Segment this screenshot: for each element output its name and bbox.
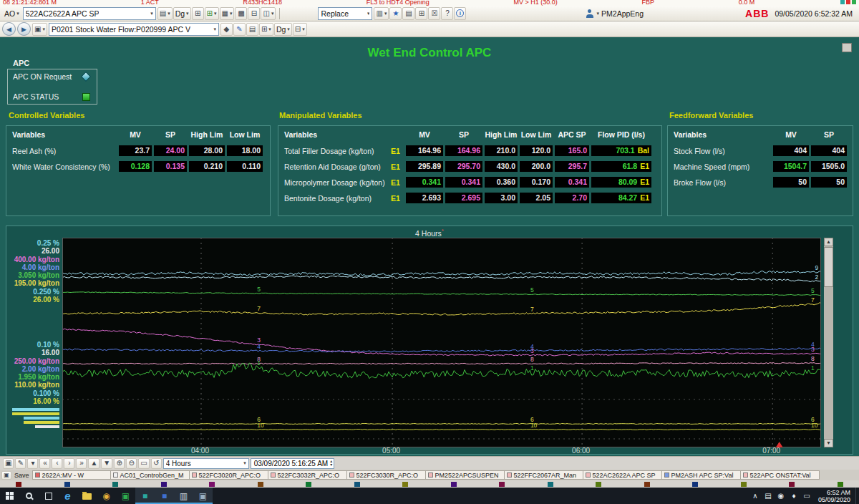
refresh-button[interactable]: ↺: [151, 458, 162, 469]
app-blue-icon[interactable]: ■: [155, 488, 174, 504]
sp-value[interactable]: 0.135: [154, 161, 187, 172]
trend-plot[interactable]: 92555777333444888111666101010: [62, 238, 821, 447]
apc-status-button[interactable]: APC STATUS: [13, 92, 92, 101]
mv-value[interactable]: 50: [773, 177, 809, 188]
mv-value[interactable]: 23.7: [119, 145, 152, 156]
sp-value[interactable]: 1505.0: [811, 161, 847, 172]
low-lim-value[interactable]: 120.0: [520, 145, 553, 156]
display-window-button[interactable]: [842, 43, 852, 52]
app-green-icon[interactable]: ▣: [116, 488, 135, 504]
edge-icon[interactable]: e: [58, 488, 77, 504]
step-forward-button[interactable]: ›: [64, 458, 74, 469]
tile-icon[interactable]: ▦▾: [220, 7, 235, 20]
dg-display-button[interactable]: Dg▾: [274, 23, 292, 36]
tray-display-icon[interactable]: ▤: [762, 488, 775, 504]
apc-sp-value[interactable]: 2.70: [555, 193, 589, 203]
low-lim-value[interactable]: 0.110: [227, 161, 263, 172]
trend-tab[interactable]: 522APC ONSTAT:Val: [741, 470, 820, 480]
zoom-in-button[interactable]: ⊕: [114, 458, 125, 469]
save-workspace-button[interactable]: ▣: [1, 471, 11, 480]
taskbar-clock[interactable]: 6:52 AM 05/09/2020: [813, 489, 855, 503]
flow-pid-value[interactable]: 703.1Bal: [591, 145, 651, 156]
apc-sp-value[interactable]: 165.0: [555, 145, 589, 156]
link-icon[interactable]: ◫▾: [261, 7, 276, 20]
sp-value[interactable]: 50: [811, 177, 847, 188]
sp-value[interactable]: 295.70: [445, 161, 482, 172]
apc-on-request-button[interactable]: APC ON Request: [13, 72, 92, 81]
high-lim-value[interactable]: 210.0: [485, 145, 518, 156]
trend-tab[interactable]: 522FC3020R_APC:O: [190, 470, 268, 480]
chart-icon[interactable]: ▩: [235, 7, 247, 20]
mv-value[interactable]: 2.693: [406, 193, 443, 203]
trend-tab[interactable]: 522FC3032R_APC:O: [268, 470, 347, 480]
scroll-up-button[interactable]: ▲: [824, 238, 833, 246]
sp-value[interactable]: 24.00: [154, 145, 187, 156]
low-lim-value[interactable]: 200.0: [520, 161, 553, 172]
step-back-button[interactable]: ‹: [52, 458, 62, 469]
trend-tab[interactable]: AC01_ControbGen_M: [111, 470, 190, 480]
trend-tab[interactable]: 522FFC2067AR_Man: [505, 470, 583, 480]
mv-value[interactable]: 0.341: [406, 177, 443, 188]
trend-tab[interactable]: 2622A:MV - W: [32, 470, 111, 480]
flow-pid-value[interactable]: 61.8E1: [591, 161, 651, 172]
jump-end-button[interactable]: »: [76, 458, 87, 469]
flow-pid-value[interactable]: 84.27E1: [591, 193, 651, 203]
display-list-icon[interactable]: ▤▾: [157, 7, 173, 20]
task-view-button[interactable]: [39, 488, 58, 504]
trend-range-select[interactable]: 4 Hours▾: [163, 458, 249, 469]
trend-menu-button[interactable]: ▾: [27, 458, 38, 469]
help-icon[interactable]: ?: [441, 7, 453, 20]
trend-tab[interactable]: PM2522APCSUSPEN: [426, 470, 505, 480]
pan-down-button[interactable]: ▼: [101, 458, 112, 469]
trend-datetime-input[interactable]: 03/09/2020 5:16:25 AM ▴▾: [251, 458, 334, 469]
tray-network-icon[interactable]: ◉: [775, 488, 787, 504]
pin-icon[interactable]: ✎: [233, 23, 246, 36]
print-icon[interactable]: ▤: [402, 7, 414, 20]
trend-tab[interactable]: 522FC3030R_APC:O: [347, 470, 426, 480]
start-button[interactable]: [0, 488, 19, 504]
high-lim-value[interactable]: 0.360: [485, 177, 518, 188]
display-selector-combo[interactable]: P0201 Stock Water Flow:P020999 APC V▾: [49, 23, 219, 36]
pan-up-button[interactable]: ▲: [88, 458, 100, 469]
close-icon[interactable]: ☒: [428, 7, 440, 20]
jump-start-button[interactable]: «: [39, 458, 50, 469]
ruler-button[interactable]: ▭: [138, 458, 149, 469]
apc-sp-value[interactable]: 295.7: [555, 161, 589, 172]
search-button[interactable]: [19, 488, 39, 504]
show-desktop-button[interactable]: [855, 488, 859, 504]
dg-display-button[interactable]: Dg▾: [173, 7, 191, 20]
high-lim-value[interactable]: 430.0: [485, 161, 518, 172]
app-window-icon[interactable]: ▥: [174, 488, 193, 504]
print-icon[interactable]: ▤: [246, 23, 258, 36]
sp-value[interactable]: 164.96: [445, 145, 482, 156]
tray-chevron-icon[interactable]: ∧: [749, 488, 762, 504]
replace-mode-combo[interactable]: Replace▾: [318, 7, 372, 20]
copy-icon[interactable]: ⊟: [248, 7, 260, 20]
tray-volume-icon[interactable]: ♦: [787, 488, 800, 504]
grid-icon[interactable]: ⊞: [192, 7, 204, 20]
tray-note-icon[interactable]: ▭: [800, 488, 813, 504]
zoom-out-button[interactable]: ⊖: [126, 458, 137, 469]
browser-icon[interactable]: ◉: [97, 488, 116, 504]
mv-value[interactable]: 1504.7: [773, 161, 809, 172]
green-grid-icon[interactable]: ⊞▾: [205, 7, 219, 20]
mv-value[interactable]: 0.128: [119, 161, 152, 172]
save-trend-button[interactable]: ▣: [3, 458, 14, 469]
datetime-spinner[interactable]: ▴▾: [330, 460, 332, 467]
user-menu[interactable]: ▾ PM2AppEng: [583, 9, 646, 18]
cube-icon[interactable]: ◆: [220, 23, 233, 36]
scrollbar-thumb[interactable]: [824, 247, 833, 287]
window-switch-icon[interactable]: ▣▾: [32, 23, 47, 36]
mv-value[interactable]: 404: [773, 145, 809, 156]
trend-scrollbar[interactable]: ▲ ▼: [824, 238, 833, 447]
trend-tab[interactable]: 522AC2622A APC SP: [583, 470, 662, 480]
tag-selector-combo[interactable]: 522AC2622A APC SP▾: [23, 7, 156, 20]
low-lim-value[interactable]: 18.00: [227, 145, 263, 156]
high-lim-value[interactable]: 28.00: [189, 145, 225, 156]
grid-icon[interactable]: ⊞▾: [259, 23, 273, 36]
mv-value[interactable]: 164.96: [406, 145, 443, 156]
mv-value[interactable]: 295.89: [406, 161, 443, 172]
low-lim-value[interactable]: 2.05: [520, 193, 553, 203]
back-button[interactable]: ◀: [2, 22, 16, 36]
file-explorer-icon[interactable]: [77, 488, 97, 504]
